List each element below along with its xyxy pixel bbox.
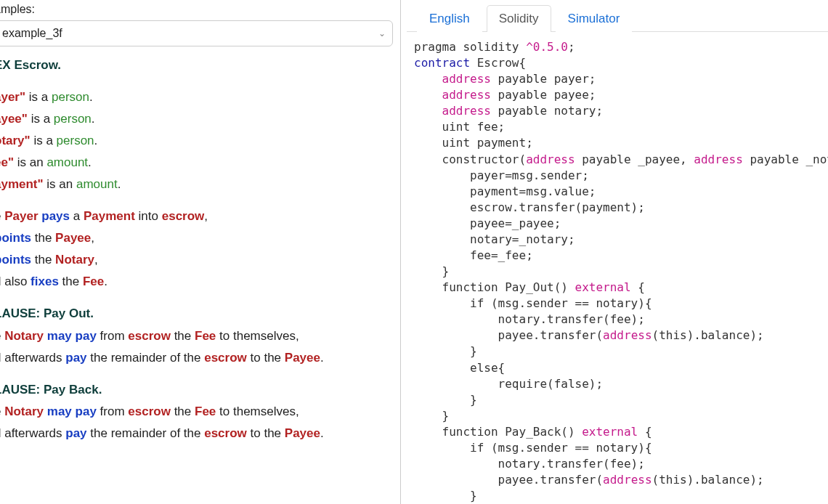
app-root: amples: example_3f ⌄ EX Escrow. ayer" is… xyxy=(0,0,828,504)
frag-dalso: d also xyxy=(0,275,27,288)
lex-prefix: EX xyxy=(0,58,11,72)
def-fee: ee" xyxy=(0,155,14,169)
dot: . xyxy=(89,90,93,104)
frag-e: e xyxy=(0,405,1,418)
word-remainder: the remainder of the xyxy=(90,426,200,440)
isa: is a xyxy=(33,134,52,147)
code-line: contract Escrow{ xyxy=(414,56,526,70)
clause-payback: Pay Back. xyxy=(44,383,102,397)
english-contract-text: EX Escrow. ayer" is a person. ayee" is a… xyxy=(0,55,393,444)
tab-bar: English Solidity Simulator xyxy=(407,0,828,32)
notary-ref: Notary xyxy=(55,253,94,267)
verb-maypay: may pay xyxy=(47,329,97,343)
dot: . xyxy=(104,275,107,288)
word-a: a xyxy=(73,209,80,223)
word-tothe: to the xyxy=(251,351,282,365)
examples-select[interactable]: example_3f xyxy=(0,20,393,46)
code-line: else{ xyxy=(414,361,505,375)
fee-ref: Fee xyxy=(83,275,104,288)
lex-title: Escrow. xyxy=(14,58,61,72)
escrow-ref: escrow xyxy=(162,209,205,223)
tab-simulator[interactable]: Simulator xyxy=(556,5,633,32)
code-line: function Pay_Out() external { xyxy=(414,280,645,294)
word-the: the xyxy=(35,253,52,267)
code-line: pragma solidity ^0.5.0; xyxy=(414,40,575,54)
frag-e: e xyxy=(0,329,1,343)
def-payer: ayer" xyxy=(0,90,25,104)
code-line: address payable payer; xyxy=(414,72,596,86)
payee-ref: Payee xyxy=(285,426,320,440)
tab-solidity[interactable]: Solidity xyxy=(487,5,551,32)
clause-label: LAUSE: xyxy=(0,383,40,397)
code-line: if (msg.sender == notary){ xyxy=(414,441,652,455)
escrow-ref: escrow xyxy=(128,405,171,418)
dot: . xyxy=(88,155,92,169)
fee-ref: Fee xyxy=(195,329,216,343)
payee-ref: Payee xyxy=(285,351,320,365)
code-line: } xyxy=(414,344,477,358)
code-line: } xyxy=(414,393,477,407)
type-amount: amount xyxy=(76,177,118,191)
code-line: payee.transfer(address(this).balance); xyxy=(414,473,764,487)
word-the: the xyxy=(174,405,192,418)
code-line: } xyxy=(414,489,477,503)
code-line: payee.transfer(address(this).balance); xyxy=(414,328,764,342)
code-line: payee=_payee; xyxy=(414,216,561,230)
comma: , xyxy=(204,209,208,223)
dot: . xyxy=(94,134,98,147)
word-into: into xyxy=(139,209,158,223)
code-line: address payable payee; xyxy=(414,88,596,102)
word-the: the xyxy=(62,275,80,288)
word-from: from xyxy=(100,405,125,418)
code-line: payment=msg.value; xyxy=(414,184,596,198)
solidity-code: pragma solidity ^0.5.0; contract Escrow{… xyxy=(407,32,828,504)
code-line: notary=_notary; xyxy=(414,232,575,246)
isa: is a xyxy=(31,112,50,126)
def-notary: otary" xyxy=(0,134,31,147)
code-line: fee=_fee; xyxy=(414,248,533,262)
comma: , xyxy=(91,231,94,245)
word-tothem: to themselves xyxy=(219,329,296,343)
right-panel: English Solidity Simulator pragma solidi… xyxy=(407,0,828,504)
word-tothe: to the xyxy=(251,426,282,440)
code-line: payer=msg.sender; xyxy=(414,168,589,182)
word-remainder: the remainder of the xyxy=(90,351,200,365)
escrow-ref: escrow xyxy=(204,426,247,440)
code-line: require(false); xyxy=(414,377,603,391)
word-the: the xyxy=(35,231,52,245)
code-line: notary.transfer(fee); xyxy=(414,457,645,471)
def-payment: ayment" xyxy=(0,177,44,191)
payment-ref: Payment xyxy=(84,209,135,223)
frag-dafter: d afterwards xyxy=(0,426,62,440)
code-line: notary.transfer(fee); xyxy=(414,312,645,326)
fee-ref: Fee xyxy=(195,405,216,418)
code-line: if (msg.sender == notary){ xyxy=(414,296,652,310)
verb-points: points xyxy=(0,231,31,245)
dot: . xyxy=(92,112,95,126)
def-payee: ayee" xyxy=(0,112,28,126)
clause-payout: Pay Out. xyxy=(44,306,94,320)
clause-label: LAUSE: xyxy=(0,306,40,320)
notary-ref: Notary xyxy=(4,405,44,418)
type-person: person xyxy=(54,112,92,126)
code-line: escrow.transfer(payment); xyxy=(414,200,645,214)
dot: . xyxy=(320,351,324,365)
isa: is a xyxy=(29,90,48,104)
notary-ref: Notary xyxy=(4,329,44,343)
code-line: uint fee; xyxy=(414,120,505,134)
frag-e: e xyxy=(0,209,1,223)
left-panel: amples: example_3f ⌄ EX Escrow. ayer" is… xyxy=(0,0,401,504)
examples-label: amples: xyxy=(0,3,393,16)
comma: , xyxy=(94,253,98,267)
code-line: } xyxy=(414,264,449,278)
examples-select-value: example_3f xyxy=(2,27,62,40)
tab-english[interactable]: English xyxy=(417,5,482,32)
examples-select-row: example_3f ⌄ xyxy=(0,20,393,46)
payee-ref: Payee xyxy=(55,231,91,245)
comma: , xyxy=(296,405,299,418)
verb-maypay: may pay xyxy=(47,405,97,418)
frag-dafter: d afterwards xyxy=(0,351,62,365)
code-line: address payable notary; xyxy=(414,104,603,118)
dot: . xyxy=(320,426,324,440)
word-the: the xyxy=(174,329,192,343)
